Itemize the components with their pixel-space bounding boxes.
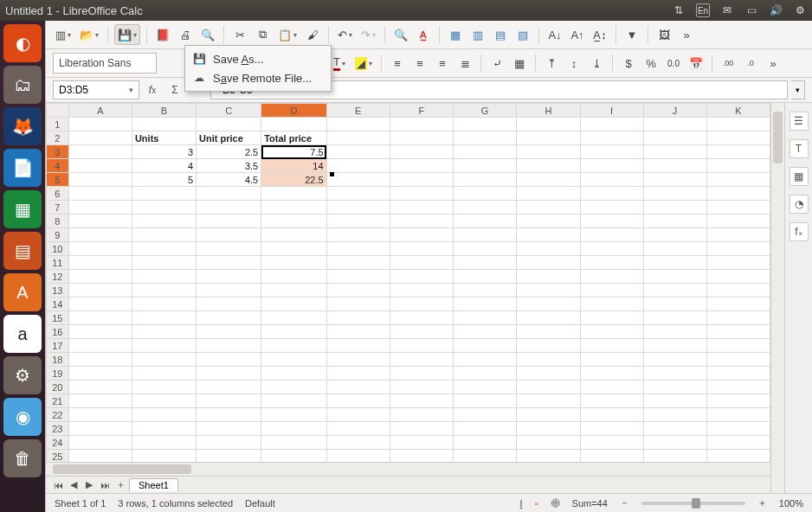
number-button[interactable]: 0.0 (664, 53, 683, 74)
cell-E6[interactable] (326, 187, 390, 201)
copy-button[interactable]: ⧉ (253, 24, 272, 45)
cell-E3[interactable] (326, 145, 390, 159)
cell-B19[interactable] (132, 367, 196, 381)
autofilter-button[interactable]: A↑ (568, 24, 587, 45)
cell-E20[interactable] (326, 381, 390, 394)
cell-H15[interactable] (517, 311, 580, 325)
cell-J8[interactable] (643, 214, 706, 228)
cell-C19[interactable] (197, 367, 261, 381)
row-header-14[interactable]: 14 (47, 298, 69, 311)
cell-F12[interactable] (390, 270, 453, 284)
cell-K20[interactable] (706, 381, 770, 394)
cell-B17[interactable] (132, 339, 196, 353)
cell-J20[interactable] (643, 381, 706, 394)
cell-A2[interactable] (68, 131, 132, 145)
launcher-trash[interactable]: 🗑 (3, 439, 42, 477)
cell-G19[interactable] (453, 367, 516, 381)
cell-H9[interactable] (517, 228, 580, 242)
chart-button[interactable]: ▼ (622, 24, 641, 45)
cell-E2[interactable] (326, 131, 390, 145)
find-button[interactable]: 🔍 (391, 24, 410, 45)
cell-A23[interactable] (68, 422, 132, 436)
cell-J9[interactable] (643, 228, 706, 242)
status-signature-icon[interactable]: 🞋 (551, 498, 560, 509)
cell-C20[interactable] (197, 381, 261, 394)
cell-I13[interactable] (580, 284, 643, 298)
sidebar-button-2[interactable]: ▦ (789, 167, 809, 186)
cell-F19[interactable] (390, 367, 453, 381)
open-button[interactable]: 📂 (77, 24, 101, 45)
cell-G9[interactable] (453, 228, 516, 242)
vertical-scrollbar[interactable] (770, 103, 784, 493)
cell-K23[interactable] (706, 422, 770, 436)
cell-D11[interactable] (261, 256, 326, 270)
cell-J13[interactable] (643, 284, 706, 298)
tab-last-button[interactable]: ⏭ (98, 478, 112, 492)
cell-E14[interactable] (326, 298, 390, 311)
percent-button[interactable]: % (641, 53, 661, 74)
cell-J18[interactable] (643, 353, 706, 367)
mail-icon[interactable]: ✉ (720, 3, 734, 17)
row-header-22[interactable]: 22 (47, 408, 69, 422)
cell-G7[interactable] (453, 201, 516, 214)
cell-I9[interactable] (580, 228, 643, 242)
cell-B5[interactable]: 5 (132, 173, 196, 187)
cell-C7[interactable] (197, 201, 261, 214)
cell-H20[interactable] (517, 381, 580, 394)
cell-I25[interactable] (580, 450, 643, 463)
cell-I3[interactable] (580, 145, 643, 159)
sort-button[interactable]: A↓ (545, 24, 564, 45)
cell-D18[interactable] (261, 353, 326, 367)
spreadsheet-grid[interactable]: ABCDEFGHIJK12UnitsUnit priceTotal price3… (46, 103, 770, 462)
cell-F6[interactable] (390, 187, 453, 201)
cell-E25[interactable] (326, 450, 390, 463)
cell-G10[interactable] (453, 242, 516, 256)
cell-G16[interactable] (453, 325, 516, 339)
cell-A20[interactable] (68, 381, 132, 394)
cell-J1[interactable] (643, 118, 706, 131)
col-header-E[interactable]: E (326, 104, 390, 118)
valign-mid-button[interactable]: ↕ (564, 53, 583, 74)
cell-F3[interactable] (390, 145, 453, 159)
cell-E18[interactable] (326, 353, 390, 367)
cell-I16[interactable] (580, 325, 643, 339)
keyboard-lang[interactable]: En (696, 3, 710, 17)
status-selection-mode-icon[interactable]: ▫ (535, 498, 538, 509)
launcher-help[interactable]: ◉ (3, 398, 42, 436)
cell-C1[interactable] (197, 118, 261, 131)
valign-top-button[interactable]: ⤒ (542, 53, 561, 74)
cell-G6[interactable] (453, 187, 516, 201)
cell-K3[interactable] (706, 145, 770, 159)
cell-J4[interactable] (643, 159, 706, 173)
launcher-settings[interactable]: ⚙ (3, 356, 42, 394)
row-header-11[interactable]: 11 (47, 256, 69, 270)
cell-K11[interactable] (706, 256, 770, 270)
cell-I12[interactable] (580, 270, 643, 284)
print-button[interactable]: 🖨 (176, 24, 195, 45)
cell-J2[interactable] (643, 131, 706, 145)
cell-C2[interactable]: Unit price (197, 131, 261, 145)
cell-K7[interactable] (706, 201, 770, 214)
highlight-button[interactable]: ◢ (352, 53, 375, 74)
fill-handle[interactable] (330, 172, 334, 176)
name-box[interactable]: D3:D5 ▾ (53, 80, 139, 99)
row-header-9[interactable]: 9 (47, 228, 69, 242)
cell-I7[interactable] (580, 201, 643, 214)
cell-J7[interactable] (643, 201, 706, 214)
cell-K25[interactable] (706, 450, 770, 463)
cell-H17[interactable] (517, 339, 580, 353)
gear-icon[interactable]: ⚙ (793, 3, 807, 17)
font-name-combo[interactable]: Liberation Sans (53, 53, 157, 74)
cell-B8[interactable] (132, 214, 196, 228)
cell-F9[interactable] (390, 228, 453, 242)
cell-G1[interactable] (453, 118, 516, 131)
cell-F25[interactable] (390, 450, 453, 463)
cell-B11[interactable] (132, 256, 196, 270)
row-header-16[interactable]: 16 (47, 325, 69, 339)
col-header-K[interactable]: K (706, 104, 770, 118)
overflow2-button[interactable]: » (764, 53, 783, 74)
cut-button[interactable]: ✂ (230, 24, 249, 45)
cell-A13[interactable] (68, 284, 132, 298)
cell-G21[interactable] (453, 394, 516, 408)
new-button[interactable]: ▥ (53, 24, 74, 45)
